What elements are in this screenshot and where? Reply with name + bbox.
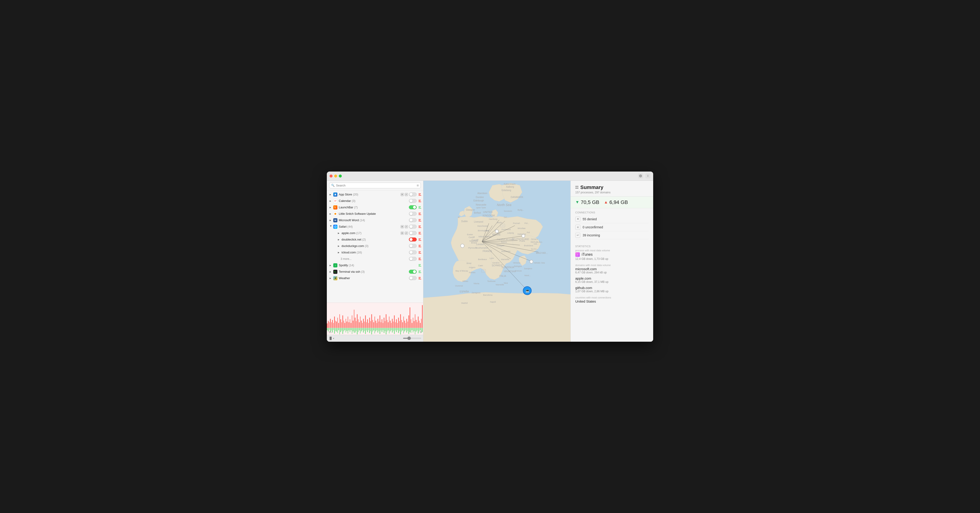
allow-button[interactable]: ✓ [405,193,408,196]
svg-rect-188 [417,328,417,330]
svg-rect-135 [362,328,363,330]
close-button[interactable] [329,175,332,177]
svg-rect-90 [412,323,412,328]
list-item[interactable]: ▶ L LaunchBar (7) [327,204,423,210]
expand-arrow: ▶ [329,277,332,279]
list-item[interactable]: ▶ ♪ Spotify (14) [327,262,423,269]
list-item[interactable]: ▶ $_ Terminal via ssh (3) [327,269,423,275]
svg-rect-165 [393,328,393,331]
list-item[interactable]: ▶ 17 Calendar (3) [327,198,423,204]
domain1-value: 6,47 GB down, 264 kB up [575,271,649,274]
minimize-button[interactable] [334,175,337,177]
domain2-name: apple.com [575,276,649,280]
toggle-switch[interactable] [409,270,417,274]
domain-name: doubleclick.net (2) [342,238,409,241]
app-icon-littlesnitch: ! [333,212,337,216]
deny-button[interactable]: ✕ [401,193,404,196]
summary-subtitle: 157 processes, 297 domains [575,191,649,194]
toggle-switch-denied[interactable] [409,237,417,241]
svg-rect-109 [335,328,336,331]
svg-text:Mulhouse: Mulhouse [501,250,511,252]
svg-text:Dundee: Dundee [476,196,484,198]
svg-text:Pol...: Pol... [525,222,529,225]
svg-rect-78 [399,321,400,328]
timeline-scrubber[interactable] [403,338,421,339]
list-item[interactable]: ▶ doubleclick.net (2) [327,236,423,243]
info-icon[interactable]: i [645,174,651,178]
list-item[interactable]: ▶ ☀ Weather [327,275,423,282]
list-item[interactable]: ▶ W Microsoft Word (14) [327,217,423,223]
allow-button[interactable]: ✓ [405,231,408,235]
svg-rect-83 [404,320,405,328]
maximize-button[interactable] [339,175,342,177]
filter-list-icon[interactable]: ⊞ [417,184,419,187]
traffic-bars [418,251,421,253]
denied-icon: ✕ [575,217,580,221]
svg-rect-92 [414,321,414,328]
list-item[interactable]: ▶ Safari (44) ✕ ✓ [327,223,423,230]
svg-rect-49 [369,317,370,328]
toggle-switch[interactable] [409,276,417,280]
toggle-switch[interactable] [409,212,417,216]
toggle-switch[interactable] [409,225,417,229]
svg-rect-145 [372,328,373,331]
svg-rect-183 [412,328,412,330]
allow-button[interactable]: ✓ [405,225,408,228]
svg-text:SCHWEIZ: SCHWEIZ [492,264,503,267]
svg-text:Edinburgh: Edinburgh [474,199,484,202]
svg-text:København: København [504,183,515,185]
svg-text:Zaragoza: Zaragoza [472,292,480,294]
menu-icon [575,186,579,188]
svg-text:Belfast: Belfast [474,212,481,214]
svg-rect-57 [377,319,378,328]
svg-text:Angers: Angers [469,266,476,269]
svg-text:MAGYAR...: MAGYAR... [536,252,548,254]
svg-rect-12 [331,322,332,328]
deny-button[interactable]: ✕ [401,225,404,228]
list-item[interactable]: ▶ ! Little Snitch Software Update [327,210,423,217]
svg-rect-123 [350,328,350,332]
itunes-icon: ♪ [575,252,580,257]
svg-text:Firenze: Firenze [515,270,522,272]
search-input[interactable] [336,184,415,187]
svg-rect-168 [396,328,397,332]
svg-rect-44 [364,322,365,328]
svg-rect-50 [371,321,371,328]
svg-rect-138 [365,328,366,334]
toggle-switch[interactable] [409,199,417,203]
incoming-count: 39 incoming [582,233,600,237]
svg-rect-21 [340,319,341,328]
deny-button[interactable]: ✕ [401,231,404,235]
list-item[interactable]: 3 more... [327,256,423,262]
svg-rect-17 [336,322,337,328]
svg-text:Nantes: Nantes [469,271,476,274]
app-name: Spotify (14) [339,263,418,267]
toggle-switch[interactable] [409,206,417,209]
toggle-switch[interactable] [409,231,417,235]
app-name: Microsoft Word (14) [339,218,409,222]
list-item[interactable]: ▶ icloud.com (16) [327,249,423,256]
chart-label-1h: 1h [329,331,331,333]
svg-rect-190 [419,328,420,331]
toggle-switch[interactable] [409,257,417,261]
svg-rect-63 [383,317,384,328]
svg-rect-64 [385,321,385,328]
most-data-label: process with most data volume [575,249,649,252]
toggle-switch[interactable] [409,244,417,248]
chart-mode-icon[interactable]: ▐▌▾ [329,337,334,340]
country1-name: United States [575,300,649,303]
list-item[interactable]: ▶ App Store (20) ✕ ✓ [327,191,423,198]
svg-rect-18 [337,317,338,328]
titlebar-icons: i [638,174,651,178]
list-item[interactable]: ▶ apple.com (17) ✕ ✓ [327,230,423,236]
svg-rect-182 [411,328,411,333]
app-controls [409,270,421,274]
toggle-switch[interactable] [409,250,417,254]
svg-text:Bratislava: Bratislava [524,244,533,247]
toggle-switch[interactable] [409,193,417,196]
toggle-switch[interactable] [409,218,417,222]
filter-icon[interactable] [638,174,643,178]
svg-text:ESPAÑA: ESPAÑA [460,290,469,293]
svg-rect-46 [366,322,367,328]
list-item[interactable]: ▶ duckduckgo.com (3) [327,243,423,249]
